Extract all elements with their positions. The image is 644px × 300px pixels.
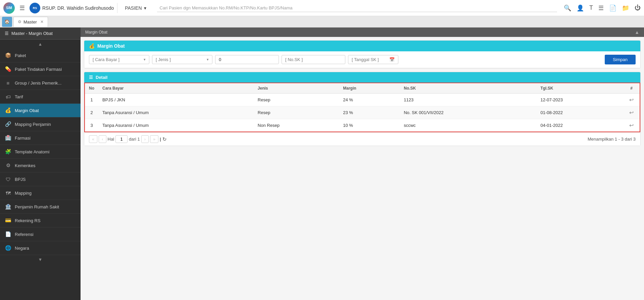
penjamin-rs-icon: 🏦 (5, 203, 11, 210)
sidebar: ☰ Master - Margin Obat ▲ 📦 Paket 💊 Paket… (0, 28, 81, 300)
sidebar-item-penjamin-rs[interactable]: 🏦 Penjamin Rumah Sakit (0, 200, 81, 214)
form-section-title: Margin Obat (97, 43, 125, 49)
col-header-no: No (85, 83, 98, 94)
referensi-icon: 📄 (5, 231, 11, 238)
cell-cara-bayar: BPJS / JKN (98, 94, 254, 106)
calendar-icon: 📅 (389, 57, 395, 62)
sidebar-item-paket-label: Paket (15, 53, 26, 58)
kemenkes-icon: ⚙ (5, 162, 11, 169)
cell-margin: 10 % (339, 119, 400, 132)
refresh-btn[interactable]: ↻ (162, 136, 167, 142)
patient-search-bar[interactable]: Cari Pasien dgn Memasukkan No.RM/No.KTP/… (157, 4, 557, 12)
pasien-dropdown[interactable]: PASIEN ▾ (121, 4, 150, 12)
cell-margin: 24 % (339, 94, 400, 106)
sidebar-item-paket[interactable]: 📦 Paket (0, 49, 81, 62)
detail-section: ☰ Detail No Cara Bayar Jenis Margin No.S… (84, 72, 641, 146)
breadcrumb-bar: Margin Obat ▲ (81, 28, 644, 37)
exit-icon[interactable]: ⏻ (635, 4, 641, 11)
close-tab-icon[interactable]: ✕ (40, 19, 44, 24)
cell-cara-bayar: Tanpa Asuransi / Umum (98, 106, 254, 119)
cell-tglsk: 01-08-2022 (536, 106, 623, 119)
cell-jenis: Resep (254, 94, 339, 106)
search-icon[interactable]: 🔍 (564, 4, 571, 12)
nav-divider (117, 3, 117, 13)
sidebar-scroll-up[interactable]: ▲ (0, 40, 81, 49)
sidebar-item-rekening-rs[interactable]: 💳 Rekening RS (0, 214, 81, 228)
sidebar-item-mapping-label: Mapping (15, 191, 32, 196)
cell-nosk: No. SK 001/VII/2022 (400, 106, 536, 119)
col-header-jenis: Jenis (254, 83, 339, 94)
sidebar-item-mapping-penjamin[interactable]: 🔗 Mapping Penjamin (0, 117, 81, 131)
hamburger-menu[interactable]: ☰ (18, 3, 26, 13)
cell-action[interactable]: ↩ (623, 94, 640, 106)
sidebar-item-kemenkes[interactable]: ⚙ Kemenkes (0, 159, 81, 172)
col-header-nosk: No.SK (400, 83, 536, 94)
mapping-penjamin-icon: 🔗 (5, 121, 11, 128)
sidebar-item-group-jenis[interactable]: ≡ Group / Jenis Pemerik... (0, 76, 81, 90)
table-row: 2 Tanpa Asuransi / Umum Resep 23 % No. S… (85, 106, 640, 119)
sidebar-item-negara-label: Negara (15, 246, 29, 251)
cell-action[interactable]: ↩ (623, 119, 640, 132)
restore-icon[interactable]: ↩ (629, 97, 634, 103)
form-section: 💰 Margin Obat [ Cara Bayar ] ▾ [ Jenis ]… (84, 40, 641, 68)
sidebar-item-template-anatomi[interactable]: 🧩 Template Anatomi (0, 145, 81, 159)
table-row: 1 BPJS / JKN Resep 24 % 1123 12-07-2023 … (85, 94, 640, 106)
sidebar-item-template-anatomi-label: Template Anatomi (15, 149, 49, 154)
pagination-bar: « ‹ Hal dari 1 › » | ↻ Menampilkan 1 - 3… (84, 132, 640, 146)
next-page-btn[interactable]: › (141, 135, 149, 143)
text-icon[interactable]: T (589, 4, 593, 11)
top-nav-icons: 🔍 👤 T ☰ 📄 📁 ⏻ (564, 4, 641, 12)
sidebar-item-margin-obat[interactable]: 💰 Margin Obat (0, 104, 81, 117)
last-page-btn[interactable]: » (150, 135, 158, 143)
tanggal-sk-input[interactable]: [ Tanggal SK ] 📅 (348, 55, 398, 64)
divider: | (160, 137, 161, 142)
content-area: Margin Obat ▲ 💰 Margin Obat [ Cara Bayar… (81, 28, 644, 300)
breadcrumb: Margin Obat (85, 30, 107, 35)
sidebar-item-mapping[interactable]: 🗺 Mapping (0, 186, 81, 200)
margin-input[interactable] (215, 55, 279, 64)
cell-action[interactable]: ↩ (623, 106, 640, 119)
cell-tglsk: 12-07-2023 (536, 94, 623, 106)
main-layout: ☰ Master - Margin Obat ▲ 📦 Paket 💊 Paket… (0, 28, 644, 300)
jenis-select[interactable]: [ Jenis ] ▾ (152, 55, 212, 64)
restore-icon[interactable]: ↩ (629, 110, 634, 115)
folder-icon[interactable]: 📁 (622, 4, 629, 12)
negara-icon: 🌐 (5, 245, 11, 251)
group-jenis-icon: ≡ (5, 80, 11, 86)
tab-master-label: Master (23, 19, 37, 24)
save-button[interactable]: Simpan (605, 55, 636, 64)
restore-icon[interactable]: ↩ (629, 122, 634, 128)
cara-bayar-select[interactable]: [ Cara Bayar ] ▾ (89, 55, 149, 64)
tarif-icon: 🏷 (5, 93, 11, 100)
detail-header-icon: ☰ (89, 75, 93, 80)
sidebar-item-farmasi[interactable]: 🏥 Farmasi (0, 131, 81, 145)
collapse-btn[interactable]: ▲ (635, 30, 639, 35)
page-number-input[interactable] (115, 135, 128, 143)
sidebar-item-paket-tindakan[interactable]: 💊 Paket Tindakan Farmasi (0, 62, 81, 76)
sidebar-item-bpjs[interactable]: 🛡 BPJS (0, 172, 81, 186)
nosk-input[interactable] (282, 55, 345, 64)
sidebar-scroll-down[interactable]: ▼ (0, 255, 81, 264)
sidebar-item-referensi[interactable]: 📄 Referensi (0, 228, 81, 241)
page-dari-label: dari 1 (129, 137, 140, 142)
col-header-margin: Margin (339, 83, 400, 94)
col-header-cara-bayar: Cara Bayar (98, 83, 254, 94)
prev-page-btn[interactable]: ‹ (99, 135, 106, 143)
document-icon[interactable]: 📄 (609, 4, 616, 12)
cara-bayar-placeholder: [ Cara Bayar ] (93, 57, 119, 62)
cara-bayar-arrow-icon: ▾ (144, 57, 146, 62)
first-page-btn[interactable]: « (89, 135, 97, 143)
sidebar-item-negara[interactable]: 🌐 Negara (0, 241, 81, 255)
sidebar-item-tarif[interactable]: 🏷 Tarif (0, 90, 81, 104)
jenis-placeholder: [ Jenis ] (156, 57, 171, 62)
data-table: No Cara Bayar Jenis Margin No.SK Tgl.SK … (84, 83, 640, 132)
cell-no: 3 (85, 119, 98, 132)
add-user-icon[interactable]: 👤 (577, 4, 584, 12)
cell-nosk: 1123 (400, 94, 536, 106)
sidebar-item-bpjs-label: BPJS (15, 177, 26, 182)
page-hal-label: Hal (108, 137, 114, 142)
tab-master[interactable]: ⚙ Master ✕ (13, 17, 48, 27)
cell-tglsk: 04-01-2022 (536, 119, 623, 132)
home-tab[interactable]: 🏠 (2, 17, 12, 27)
list-icon[interactable]: ☰ (598, 4, 604, 12)
